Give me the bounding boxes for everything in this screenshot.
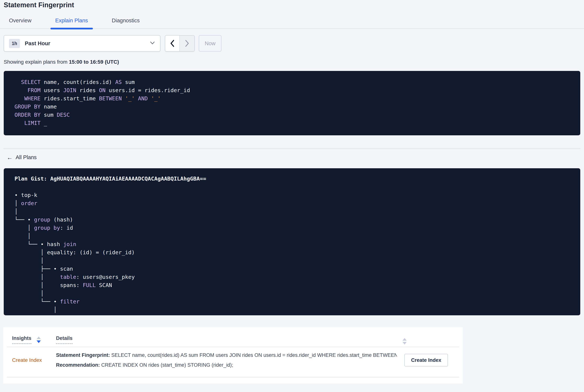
insights-sort-icon[interactable] bbox=[37, 336, 41, 343]
insights-table-header: Insights Details bbox=[3, 327, 463, 344]
page-title: Statement Fingerprint bbox=[0, 0, 584, 9]
insights-header-cell: Insights bbox=[12, 336, 56, 344]
statement-fingerprint-line: Statement Fingerprint: SELECT name, coun… bbox=[56, 352, 397, 358]
details-column-label[interactable]: Details bbox=[56, 336, 72, 344]
table-row-divider bbox=[7, 377, 459, 377]
tab-diagnostics[interactable]: Diagnostics bbox=[108, 14, 143, 28]
sort-down-caret-icon bbox=[403, 342, 407, 344]
back-arrow-icon bbox=[7, 154, 13, 160]
time-range-dropdown[interactable]: 1h Past Hour bbox=[4, 35, 160, 52]
showing-range-bold: 15:00 to 16:59 (UTC) bbox=[69, 59, 119, 65]
tab-explain-plans[interactable]: Explain Plans bbox=[51, 14, 92, 28]
time-range-label: Past Hour bbox=[25, 40, 50, 46]
chevron-down-icon bbox=[150, 41, 155, 46]
insights-column-label[interactable]: Insights bbox=[12, 336, 31, 344]
plan-gist-panel: Plan Gist: AgHUAQIABQAAAAHYAQIAiAEAAAADC… bbox=[4, 168, 580, 315]
recommendation-text: CREATE INDEX ON rides (start_time) STORI… bbox=[100, 362, 233, 368]
table-row: Create Index Statement Fingerprint: SELE… bbox=[3, 347, 463, 377]
all-plans-back-link[interactable]: All Plans bbox=[7, 154, 37, 160]
tab-bar: Overview Explain Plans Diagnostics bbox=[0, 14, 584, 29]
showing-range-text: Showing explain plans from 15:00 to 16:5… bbox=[4, 59, 584, 65]
showing-prefix: Showing explain plans from bbox=[4, 59, 69, 65]
section-divider bbox=[3, 148, 581, 149]
sql-statement-panel: SELECT name, count(rides.id) AS sum FROM… bbox=[4, 71, 580, 135]
prev-time-button[interactable] bbox=[165, 36, 180, 51]
time-controls: 1h Past Hour Now bbox=[4, 35, 584, 52]
statement-fingerprint-text: SELECT name, count(rides.id) AS sum FROM… bbox=[110, 352, 397, 358]
sort-down-caret-icon bbox=[37, 340, 41, 343]
statement-fingerprint-label: Statement Fingerprint: bbox=[56, 352, 110, 358]
recommendation-label: Recommendation: bbox=[56, 362, 100, 368]
recommendation-line: Recommendation: CREATE INDEX ON rides (s… bbox=[56, 362, 397, 368]
now-button[interactable]: Now bbox=[199, 35, 221, 52]
sort-up-caret-icon bbox=[37, 336, 41, 339]
insights-table-card: Insights Details Create Index Statement … bbox=[3, 327, 463, 384]
time-nav-group bbox=[165, 35, 195, 52]
all-plans-label: All Plans bbox=[16, 154, 37, 160]
create-index-button[interactable]: Create Index bbox=[404, 354, 448, 366]
statement-fingerprint-page: Statement Fingerprint Overview Explain P… bbox=[0, 0, 584, 392]
sort-up-caret-icon bbox=[403, 338, 407, 341]
next-time-button[interactable] bbox=[180, 36, 194, 51]
tab-overview[interactable]: Overview bbox=[5, 14, 35, 28]
interval-badge: 1h bbox=[9, 39, 20, 48]
details-sort-icon[interactable] bbox=[403, 338, 407, 344]
details-cell: Statement Fingerprint: SELECT name, coun… bbox=[56, 352, 397, 368]
create-index-link[interactable]: Create Index bbox=[12, 357, 56, 363]
